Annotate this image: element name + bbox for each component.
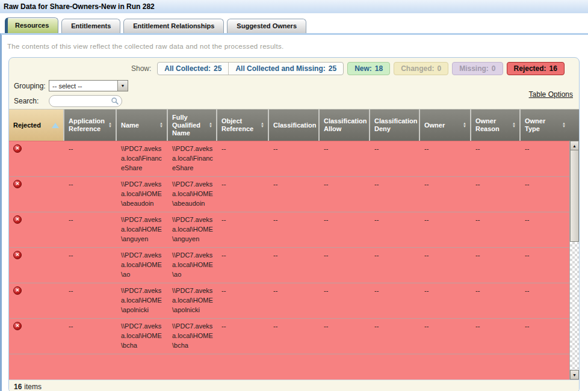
filter-all-collected-and-missing[interactable]: All Collected and Missing: 25 <box>228 63 343 75</box>
filter-new[interactable]: New: 18 <box>347 62 390 75</box>
table-row[interactable]: ✕ -- \\PDC7.aveksa.local\HOME\apolnicki … <box>9 283 569 319</box>
grouping-select[interactable]: -- select -- ▼ <box>49 80 128 91</box>
items-count: 16 <box>14 383 22 391</box>
search-box[interactable] <box>49 95 122 107</box>
items-label: items <box>24 383 42 391</box>
column-header-object-reference[interactable]: Object Reference ▲▼ <box>217 109 269 141</box>
sort-icon: ▲▼ <box>209 122 214 128</box>
sort-icon: ▲▼ <box>261 122 265 128</box>
column-header-owner-type[interactable]: Owner Type ▲▼ <box>521 109 569 141</box>
table-options-link[interactable]: Table Options <box>529 90 573 99</box>
filter-all-collected[interactable]: All Collected: 25 <box>158 63 228 75</box>
table-row[interactable]: ✕ -- \\PDC7.aveksa.local\HOME\bcha \\PDC… <box>9 319 569 354</box>
tab-entitlement-relationships[interactable]: Entitlement Relationships <box>123 19 224 33</box>
rejected-icon: ✕ <box>13 251 22 259</box>
chevron-down-icon[interactable]: ▼ <box>117 81 128 91</box>
rejected-icon: ✕ <box>13 180 22 188</box>
raw-data-table: Rejected Application Reference ▲▼ Name ▲… <box>9 109 579 380</box>
show-filter-row: Show: All Collected: 25 All Collected an… <box>9 58 579 78</box>
sort-ascending-icon <box>52 123 59 128</box>
tab-suggested-owners[interactable]: Suggested Owners <box>227 19 306 33</box>
column-header-application-reference[interactable]: Application Reference ▲▼ <box>64 109 117 141</box>
window-title-bar: Raw Data for Share-Owners-New in Run 282 <box>0 0 588 13</box>
grouping-selected-value: -- select -- <box>49 82 117 90</box>
table-row[interactable]: ✕ -- \\PDC7.aveksa.local\HOME\anguyen \\… <box>9 212 569 248</box>
raw-data-panel: Show: All Collected: 25 All Collected an… <box>8 57 580 391</box>
table-row[interactable]: ✕ -- \\PDC7.aveksa.local\HOME\abeaudoin … <box>9 177 569 212</box>
tab-entitlements[interactable]: Entitlements <box>61 19 120 33</box>
rejected-icon: ✕ <box>13 144 22 153</box>
scroll-down-button[interactable]: ▼ <box>570 370 579 380</box>
search-label: Search: <box>14 97 49 105</box>
sort-icon: ▲▼ <box>159 122 164 128</box>
column-header-classification[interactable]: Classification <box>269 109 320 141</box>
sort-icon: ▲▼ <box>463 122 468 128</box>
column-header-owner-reason[interactable]: Owner Reason ▲▼ <box>471 109 521 141</box>
view-description: The contents of this view reflect the co… <box>2 35 588 57</box>
tab-strip: Resources Entitlements Entitlement Relat… <box>0 13 588 33</box>
filter-changed[interactable]: Changed: 0 <box>394 62 448 75</box>
filter-chips: All Collected: 25 All Collected and Miss… <box>157 62 565 75</box>
table-header-row: Rejected Application Reference ▲▼ Name ▲… <box>9 109 569 141</box>
vertical-scrollbar[interactable]: ▲ ▼ <box>569 141 579 380</box>
table-scroll-column: ▲ ▼ <box>569 109 579 380</box>
search-input[interactable] <box>54 97 111 105</box>
sort-icon: ▲▼ <box>562 122 567 128</box>
column-header-classification-deny[interactable]: Classification Deny <box>370 109 420 141</box>
column-header-name[interactable]: Name ▲▼ <box>117 109 168 141</box>
filter-missing[interactable]: Missing: 0 <box>452 62 503 75</box>
table-row[interactable]: ✕ -- \\PDC7.aveksa.local\FinanceShare \\… <box>9 141 569 177</box>
column-header-owner[interactable]: Owner ▲▼ <box>420 109 471 141</box>
items-count-bar: 16 items <box>9 380 579 391</box>
column-header-classification-allow[interactable]: Classification Allow <box>320 109 370 141</box>
filter-rejected[interactable]: Rejected: 16 <box>507 62 565 75</box>
table-main: Rejected Application Reference ▲▼ Name ▲… <box>9 109 569 380</box>
column-header-fully-qualified-name[interactable]: Fully Qualified Name ▲▼ <box>168 109 217 141</box>
sort-icon: ▲▼ <box>108 122 113 128</box>
rejected-icon: ✕ <box>13 286 22 295</box>
filter-group-collected: All Collected: 25 All Collected and Miss… <box>157 62 344 75</box>
search-icon[interactable] <box>111 97 119 105</box>
grouping-label: Grouping: <box>14 82 49 90</box>
table-row[interactable]: ✕ -- \\PDC7.aveksa.local\HOME\ao \\PDC7.… <box>9 248 569 283</box>
table-body: ✕ -- \\PDC7.aveksa.local\FinanceShare \\… <box>9 141 569 380</box>
column-header-rejected[interactable]: Rejected <box>9 109 64 141</box>
rejected-icon: ✕ <box>13 215 22 224</box>
search-row: Search: Table Options <box>9 93 579 109</box>
page-title: Raw Data for Share-Owners-New in Run 282 <box>4 2 155 11</box>
tab-resources[interactable]: Resources <box>5 17 58 33</box>
header-spacer <box>569 109 579 141</box>
scrollbar-track[interactable] <box>570 242 579 370</box>
grouping-row: Grouping: -- select -- ▼ <box>9 78 579 93</box>
scroll-up-button[interactable]: ▲ <box>570 141 579 150</box>
show-label: Show: <box>131 64 151 73</box>
sort-icon: ▲▼ <box>512 122 517 128</box>
scrollbar-thumb[interactable] <box>570 150 579 242</box>
rejected-icon: ✕ <box>13 322 22 330</box>
tab-content: The contents of this view reflect the co… <box>0 33 588 391</box>
